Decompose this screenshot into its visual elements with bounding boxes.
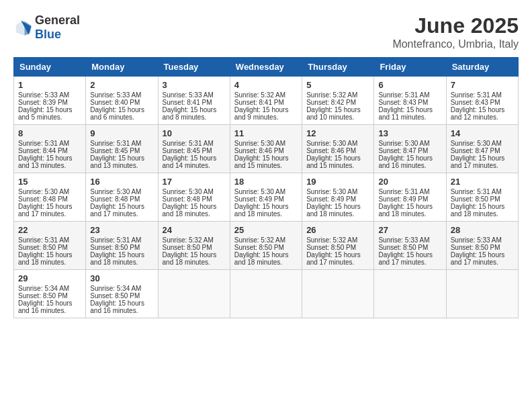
sunrise-text: Sunrise: 5:32 AM <box>163 236 214 244</box>
sunset-text: Sunset: 8:49 PM <box>234 195 284 203</box>
sunset-text: Sunset: 8:45 PM <box>90 147 140 154</box>
column-header-thursday: Thursday <box>302 58 374 77</box>
sunset-text: Sunset: 8:50 PM <box>306 244 356 251</box>
day-number: 27 <box>378 225 441 235</box>
daylight-text: Daylight: 15 hours and 12 minutes. <box>451 106 505 121</box>
day-number: 15 <box>18 177 81 187</box>
calendar-cell: 19 Sunrise: 5:30 AM Sunset: 8:49 PM Dayl… <box>302 173 374 222</box>
calendar-cell: 7 Sunrise: 5:31 AM Sunset: 8:43 PM Dayli… <box>446 77 518 125</box>
calendar-cell <box>158 270 230 318</box>
sunrise-text: Sunrise: 5:33 AM <box>451 236 502 244</box>
calendar-cell: 23 Sunrise: 5:31 AM Sunset: 8:50 PM Dayl… <box>86 222 158 270</box>
calendar-week-4: 22 Sunrise: 5:31 AM Sunset: 8:50 PM Dayl… <box>14 222 519 270</box>
day-number: 2 <box>90 80 153 90</box>
sunset-text: Sunset: 8:45 PM <box>163 147 212 154</box>
sunrise-text: Sunrise: 5:30 AM <box>90 188 141 195</box>
sunrise-text: Sunrise: 5:30 AM <box>451 140 502 147</box>
sunrise-text: Sunrise: 5:30 AM <box>378 140 429 147</box>
column-header-tuesday: Tuesday <box>158 58 230 77</box>
sunrise-text: Sunrise: 5:33 AM <box>163 91 214 99</box>
daylight-text: Daylight: 15 hours and 17 minutes. <box>378 251 433 266</box>
sunset-text: Sunset: 8:48 PM <box>163 195 212 203</box>
calendar-week-3: 15 Sunrise: 5:30 AM Sunset: 8:48 PM Dayl… <box>14 173 519 222</box>
sunrise-text: Sunrise: 5:31 AM <box>90 140 141 147</box>
day-number: 10 <box>163 128 226 138</box>
daylight-text: Daylight: 15 hours and 18 minutes. <box>163 251 217 266</box>
logo: General Blue <box>13 13 80 42</box>
day-number: 16 <box>90 177 153 187</box>
day-number: 30 <box>90 273 153 283</box>
sunset-text: Sunset: 8:46 PM <box>234 147 284 154</box>
calendar-cell: 4 Sunrise: 5:32 AM Sunset: 8:41 PM Dayli… <box>230 77 302 125</box>
logo-icon <box>13 17 34 38</box>
logo-text: General Blue <box>35 13 80 42</box>
sunrise-text: Sunrise: 5:30 AM <box>163 188 214 195</box>
day-number: 20 <box>378 177 441 187</box>
calendar-cell: 1 Sunrise: 5:33 AM Sunset: 8:39 PM Dayli… <box>14 77 86 125</box>
daylight-text: Daylight: 15 hours and 16 minutes. <box>18 300 73 314</box>
calendar-cell: 30 Sunrise: 5:34 AM Sunset: 8:50 PM Dayl… <box>86 270 158 318</box>
column-header-monday: Monday <box>86 58 158 77</box>
calendar-cell: 11 Sunrise: 5:30 AM Sunset: 8:46 PM Dayl… <box>230 125 302 173</box>
sunset-text: Sunset: 8:50 PM <box>163 244 212 251</box>
sunset-text: Sunset: 8:50 PM <box>90 244 140 251</box>
day-number: 1 <box>18 80 81 90</box>
sunrise-text: Sunrise: 5:33 AM <box>90 91 141 99</box>
calendar-cell: 28 Sunrise: 5:33 AM Sunset: 8:50 PM Dayl… <box>446 222 518 270</box>
day-number: 14 <box>451 128 514 138</box>
sunset-text: Sunset: 8:48 PM <box>90 195 140 203</box>
sunrise-text: Sunrise: 5:33 AM <box>378 236 429 244</box>
daylight-text: Daylight: 15 hours and 17 minutes. <box>451 251 505 266</box>
column-header-friday: Friday <box>374 58 446 77</box>
sunset-text: Sunset: 8:43 PM <box>451 99 500 106</box>
daylight-text: Daylight: 15 hours and 15 minutes. <box>234 154 289 169</box>
sunset-text: Sunset: 8:50 PM <box>18 292 68 300</box>
calendar-cell <box>302 270 374 318</box>
calendar-cell: 2 Sunrise: 5:33 AM Sunset: 8:40 PM Dayli… <box>86 77 158 125</box>
sunset-text: Sunset: 8:49 PM <box>306 195 356 203</box>
sunset-text: Sunset: 8:50 PM <box>90 292 140 300</box>
day-number: 6 <box>378 80 441 90</box>
day-number: 23 <box>90 225 153 235</box>
sunrise-text: Sunrise: 5:32 AM <box>306 236 357 244</box>
sunrise-text: Sunrise: 5:31 AM <box>18 140 69 147</box>
daylight-text: Daylight: 15 hours and 6 minutes. <box>90 106 144 121</box>
sunrise-text: Sunrise: 5:31 AM <box>451 188 502 195</box>
daylight-text: Daylight: 15 hours and 18 minutes. <box>163 203 217 218</box>
calendar-cell: 13 Sunrise: 5:30 AM Sunset: 8:47 PM Dayl… <box>374 125 446 173</box>
day-number: 18 <box>234 177 298 187</box>
sunset-text: Sunset: 8:39 PM <box>18 99 68 106</box>
calendar-cell: 22 Sunrise: 5:31 AM Sunset: 8:50 PM Dayl… <box>14 222 86 270</box>
day-number: 17 <box>163 177 226 187</box>
logo-blue: Blue <box>35 28 61 41</box>
daylight-text: Daylight: 15 hours and 17 minutes. <box>306 251 361 266</box>
sunset-text: Sunset: 8:41 PM <box>234 99 284 106</box>
daylight-text: Daylight: 15 hours and 18 minutes. <box>306 203 361 218</box>
sunset-text: Sunset: 8:50 PM <box>18 244 68 251</box>
calendar-cell: 8 Sunrise: 5:31 AM Sunset: 8:44 PM Dayli… <box>14 125 86 173</box>
daylight-text: Daylight: 15 hours and 14 minutes. <box>163 154 217 169</box>
sunrise-text: Sunrise: 5:31 AM <box>378 188 429 195</box>
daylight-text: Daylight: 15 hours and 11 minutes. <box>378 106 433 121</box>
sunrise-text: Sunrise: 5:32 AM <box>306 91 357 99</box>
daylight-text: Daylight: 15 hours and 15 minutes. <box>306 154 361 169</box>
sunrise-text: Sunrise: 5:31 AM <box>163 140 214 147</box>
daylight-text: Daylight: 15 hours and 13 minutes. <box>90 154 144 169</box>
sunset-text: Sunset: 8:48 PM <box>18 195 68 203</box>
daylight-text: Daylight: 15 hours and 17 minutes. <box>18 203 73 218</box>
day-number: 9 <box>90 128 153 138</box>
sunset-text: Sunset: 8:44 PM <box>18 147 68 154</box>
daylight-text: Daylight: 15 hours and 16 minutes. <box>378 154 433 169</box>
calendar-cell: 15 Sunrise: 5:30 AM Sunset: 8:48 PM Dayl… <box>14 173 86 222</box>
sunrise-text: Sunrise: 5:30 AM <box>234 188 285 195</box>
daylight-text: Daylight: 15 hours and 16 minutes. <box>90 300 144 314</box>
calendar-cell: 12 Sunrise: 5:30 AM Sunset: 8:46 PM Dayl… <box>302 125 374 173</box>
sunset-text: Sunset: 8:43 PM <box>378 99 428 106</box>
daylight-text: Daylight: 15 hours and 18 minutes. <box>234 203 289 218</box>
day-number: 8 <box>18 128 81 138</box>
sunrise-text: Sunrise: 5:30 AM <box>18 188 69 195</box>
daylight-text: Daylight: 15 hours and 18 minutes. <box>378 203 433 218</box>
sunrise-text: Sunrise: 5:30 AM <box>234 140 285 147</box>
daylight-text: Daylight: 15 hours and 18 minutes. <box>18 251 73 266</box>
day-number: 28 <box>451 225 514 235</box>
